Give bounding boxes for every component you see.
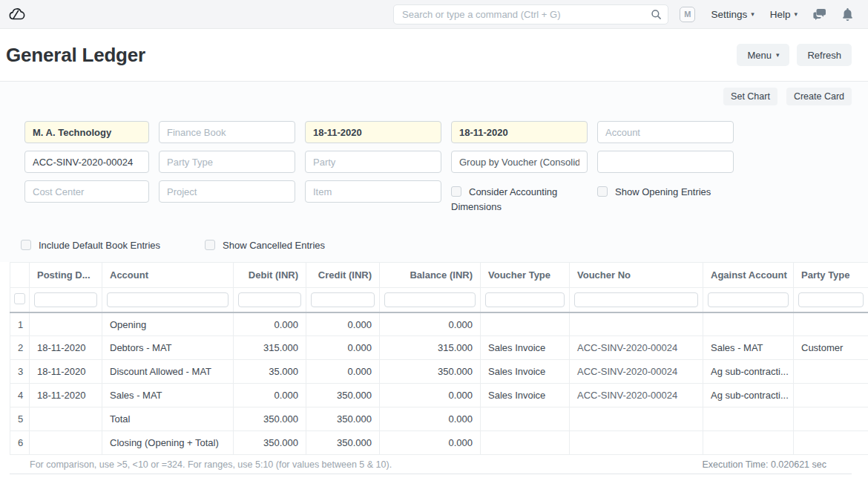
company-filter-input[interactable] (24, 121, 149, 143)
show-opening-entries-checkbox[interactable]: Show Opening Entries (597, 180, 734, 215)
checkbox-icon[interactable] (597, 186, 608, 197)
help-menu[interactable]: Help ▾ (770, 9, 798, 20)
against-account-column-filter[interactable] (708, 292, 789, 307)
balance-column-filter[interactable] (384, 292, 476, 307)
account-column-filter[interactable] (107, 292, 228, 307)
search-icon[interactable] (651, 9, 662, 23)
project-filter-input[interactable] (159, 180, 295, 203)
column-header-credit[interactable]: Credit (INR) (306, 263, 380, 288)
credit-column-filter[interactable] (311, 292, 375, 307)
table-row: 5 Total 350.000 350.000 0.000 (10, 407, 868, 431)
voucher-no-cell[interactable] (570, 312, 703, 336)
voucher-type-cell (481, 431, 570, 455)
account-cell: Discount Allowed - MAT (102, 360, 234, 384)
column-header-balance[interactable]: Balance (INR) (380, 263, 481, 288)
posting-date-cell (30, 312, 102, 336)
table-filter-row (10, 288, 868, 312)
posting-date-column-filter[interactable] (34, 292, 97, 307)
filter-grid: Consider Accounting Dimensions Show Open… (0, 121, 868, 215)
to-date-filter-input[interactable] (451, 121, 588, 143)
party-type-cell (794, 384, 868, 407)
account-cell: Closing (Opening + Total) (102, 431, 234, 455)
notifications-bell-icon[interactable] (842, 8, 853, 21)
posting-date-cell: 18-11-2020 (30, 360, 102, 384)
posting-date-cell: 18-11-2020 (30, 336, 102, 360)
chat-icon[interactable] (813, 8, 826, 20)
party-type-filter-input[interactable] (159, 151, 295, 173)
consider-accounting-dimensions-checkbox[interactable]: Consider Accounting Dimensions (451, 180, 588, 215)
balance-cell: 0.000 (380, 407, 481, 431)
table-row: 4 18-11-2020 Sales - MAT 0.000 350.000 0… (10, 384, 868, 407)
menu-button[interactable]: Menu ▾ (737, 44, 789, 66)
show-cancelled-entries-checkbox[interactable]: Show Cancelled Entries (205, 234, 325, 253)
voucher-no-cell[interactable] (570, 431, 703, 455)
chart-actions: Set Chart Create Card (0, 88, 868, 105)
posting-date-cell (30, 407, 102, 431)
voucher-no-cell[interactable]: ACC-SINV-2020-00024 (570, 336, 703, 360)
set-chart-button[interactable]: Set Chart (723, 88, 777, 105)
column-header-posting-date[interactable]: Posting D... (30, 263, 102, 288)
from-date-filter-input[interactable] (305, 121, 441, 143)
extra-filter-input[interactable] (597, 151, 734, 173)
party-type-cell (794, 431, 868, 455)
column-header-account[interactable]: Account (102, 263, 234, 288)
checkbox-icon[interactable] (205, 240, 215, 250)
group-by-select[interactable] (451, 151, 588, 173)
debit-cell: 350.000 (234, 431, 306, 455)
column-header-against-account[interactable]: Against Account (703, 263, 794, 288)
item-filter-input[interactable] (305, 180, 441, 203)
column-header-debit[interactable]: Debit (INR) (234, 263, 306, 288)
voucher-no-filter-input[interactable] (24, 151, 149, 173)
table-row: 1 Opening 0.000 0.000 0.000 (10, 312, 868, 336)
include-default-book-entries-checkbox[interactable]: Include Default Book Entries (21, 234, 160, 253)
balance-cell: 315.000 (380, 336, 481, 360)
checkbox-icon[interactable] (451, 186, 461, 197)
row-index: 6 (10, 431, 30, 455)
column-header-party-type[interactable]: Party Type (794, 263, 868, 288)
create-card-button[interactable]: Create Card (786, 88, 852, 105)
search-input[interactable] (393, 4, 668, 24)
report-table: Posting D... Account Debit (INR) Credit … (10, 262, 868, 455)
against-account-cell (703, 431, 794, 455)
voucher-no-cell[interactable]: ACC-SINV-2020-00024 (570, 384, 703, 407)
column-header-voucher-type[interactable]: Voucher Type (481, 263, 570, 288)
voucher-type-cell (481, 407, 570, 431)
settings-menu[interactable]: Settings ▾ (711, 9, 754, 20)
finance-book-filter-input[interactable] (159, 121, 295, 143)
posting-date-cell (30, 431, 102, 455)
party-type-column-filter[interactable] (798, 292, 864, 307)
balance-cell: 0.000 (380, 431, 481, 455)
against-account-cell: Ag sub-contracti... (703, 360, 794, 384)
menu-button-label: Menu (747, 50, 772, 61)
voucher-type-column-filter[interactable] (485, 292, 565, 307)
column-header-voucher-no[interactable]: Voucher No (570, 263, 703, 288)
debit-cell: 0.000 (234, 384, 306, 407)
voucher-no-column-filter[interactable] (574, 292, 698, 307)
page-actions: Menu ▾ Refresh (737, 44, 852, 66)
posting-date-cell: 18-11-2020 (30, 384, 102, 407)
voucher-type-cell: Sales Invoice (481, 336, 570, 360)
voucher-no-cell[interactable] (570, 407, 703, 431)
checkbox-icon[interactable] (21, 240, 31, 250)
user-avatar[interactable]: M (680, 7, 695, 22)
refresh-button[interactable]: Refresh (797, 44, 852, 66)
row-select-filter[interactable] (14, 293, 25, 304)
account-filter-input[interactable] (597, 121, 734, 143)
voucher-type-cell: Sales Invoice (481, 384, 570, 407)
credit-cell: 350.000 (306, 407, 380, 431)
app-logo-icon[interactable] (7, 5, 25, 23)
party-type-cell (794, 407, 868, 431)
debit-column-filter[interactable] (238, 292, 301, 307)
debit-cell: 315.000 (234, 336, 306, 360)
filter-checkbox-row: Include Default Book Entries Show Cancel… (0, 234, 868, 253)
party-filter-input[interactable] (305, 151, 441, 173)
row-index: 5 (10, 407, 30, 431)
voucher-no-cell[interactable]: ACC-SINV-2020-00024 (570, 360, 703, 384)
page-head: General Ledger Menu ▾ Refresh (0, 29, 868, 82)
account-cell: Sales - MAT (102, 384, 234, 407)
voucher-type-cell: Sales Invoice (481, 360, 570, 384)
against-account-cell (703, 407, 794, 431)
navbar-right: M Settings ▾ Help ▾ (680, 7, 853, 22)
cost-center-filter-input[interactable] (24, 180, 149, 203)
account-cell: Debtors - MAT (102, 336, 234, 360)
